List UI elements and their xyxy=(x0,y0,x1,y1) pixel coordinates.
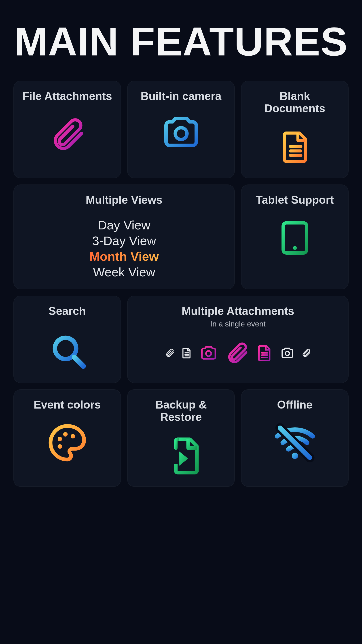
view-option-highlight: Month View xyxy=(90,249,159,264)
card-file-attachments[interactable]: File Attachments xyxy=(14,81,121,178)
wifi-off-icon xyxy=(269,420,321,465)
svg-point-4 xyxy=(206,351,211,356)
svg-point-7 xyxy=(63,432,68,437)
svg-point-6 xyxy=(58,437,62,441)
camera-icon xyxy=(159,112,204,152)
svg-point-10 xyxy=(292,452,298,459)
page-title: MAIN FEATURES xyxy=(14,22,348,60)
view-option: Day View xyxy=(90,217,159,233)
card-offline[interactable]: Offline xyxy=(241,389,348,487)
document-icon xyxy=(277,124,313,169)
document-icon xyxy=(255,342,274,364)
card-tablet-support[interactable]: Tablet Support xyxy=(241,184,348,289)
card-backup-restore[interactable]: Backup & Restore xyxy=(127,389,235,487)
camera-icon xyxy=(279,346,295,360)
svg-point-9 xyxy=(58,444,62,449)
import-file-icon xyxy=(156,433,206,478)
camera-icon xyxy=(198,344,219,362)
card-title: Blank Documents xyxy=(248,90,342,115)
view-option: Week View xyxy=(90,264,159,280)
svg-point-2 xyxy=(293,246,297,250)
card-title: File Attachments xyxy=(22,90,112,102)
card-camera[interactable]: Built-in camera xyxy=(127,81,235,178)
card-multiple-attachments[interactable]: Multiple Attachments In a single event xyxy=(127,296,348,383)
tablet-icon xyxy=(275,216,315,260)
card-subtitle: In a single event xyxy=(210,320,266,328)
card-blank-documents[interactable]: Blank Documents xyxy=(241,81,348,178)
paperclip-icon xyxy=(48,112,86,156)
search-icon xyxy=(46,327,88,374)
paperclip-icon xyxy=(225,337,249,368)
card-title: Tablet Support xyxy=(256,194,334,206)
card-title: Multiple Attachments xyxy=(182,305,294,317)
card-title: Built-in camera xyxy=(141,90,221,102)
card-search[interactable]: Search xyxy=(14,296,121,383)
svg-point-5 xyxy=(285,352,289,356)
palette-icon xyxy=(45,420,90,465)
paperclip-icon xyxy=(301,346,311,359)
view-option: 3-Day View xyxy=(90,233,159,249)
card-title: Offline xyxy=(277,399,312,411)
document-icon xyxy=(180,346,192,360)
svg-point-0 xyxy=(175,128,187,140)
svg-point-8 xyxy=(71,434,75,438)
views-list: Day View 3-Day View Month View Week View xyxy=(90,217,159,280)
card-multiple-views[interactable]: Multiple Views Day View 3-Day View Month… xyxy=(14,184,235,289)
card-title: Backup & Restore xyxy=(134,399,228,423)
features-grid: File Attachments Built-in camera Blank D… xyxy=(14,81,348,487)
card-event-colors[interactable]: Event colors xyxy=(14,389,121,487)
paperclip-icon xyxy=(165,346,175,359)
attachments-row xyxy=(165,337,311,368)
card-title: Multiple Views xyxy=(86,194,162,206)
card-title: Event colors xyxy=(34,399,100,411)
card-title: Search xyxy=(48,305,86,317)
